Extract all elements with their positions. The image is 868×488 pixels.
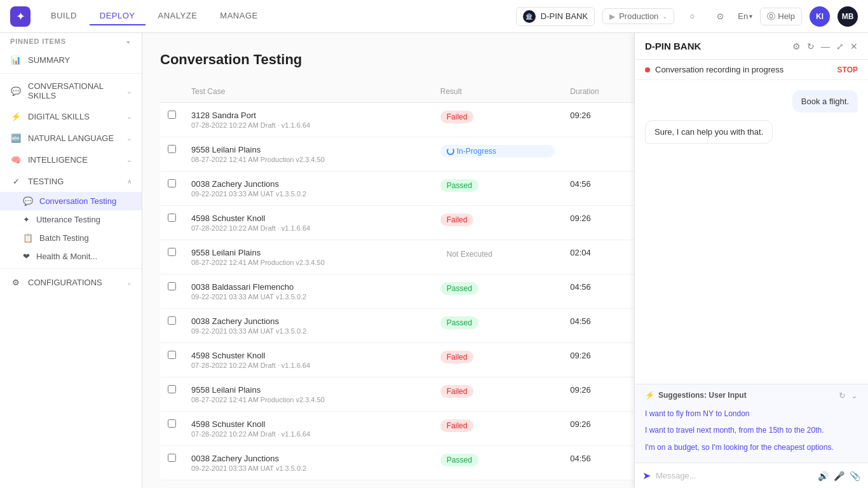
chevron-up-icon: ∧ [127,178,132,185]
lightning-icon: ⚡ [645,391,654,400]
env-selector[interactable]: ▶ Production ⌄ [602,8,674,24]
avatar-ki[interactable]: KI [810,6,830,27]
sidebar-item-digital-skills[interactable]: ⚡ DIGITAL SKILLS ⌄ [0,105,142,127]
col-checkbox [160,81,184,103]
sidebar-item-intelligence[interactable]: 🧠 INTELLIGENCE ⌄ [0,149,142,170]
batch-testing-icon: 📋 [23,233,33,243]
test-case-meta: 08-27-2022 12:41 AM Production v2.3.4.50 [191,396,425,403]
language-selector[interactable]: En ▾ [738,11,752,21]
row-checkbox[interactable] [168,179,176,187]
sidebar-item-testing[interactable]: ✓ TESTING ∧ [0,170,142,192]
sidebar-item-natural-language[interactable]: 🔤 NATURAL LANGUAGE ⌄ [0,127,142,149]
nav-tabs: BUILD DEPLOY ANALYZE MANAGE [41,7,511,25]
suggestions-header: ⚡ Suggestions: User Input ↻ ⌄ [645,391,858,400]
test-case-name: 4598 Schuster Knoll [191,419,425,429]
recording-dot [645,67,650,72]
row-checkbox[interactable] [168,316,176,325]
refresh-suggestions-icon[interactable]: ↻ [839,391,846,400]
test-case-meta: 09-22-2021 03:33 AM UAT v1.3.5.0.2 [191,190,425,198]
row-checkbox[interactable] [168,351,176,359]
sidebar-item-health-monit[interactable]: ❤ Health & Monit... [0,247,142,266]
test-case-meta: 07-28-2022 10:22 AM Draft · v1.1.6.64 [191,362,425,369]
avatar-mb[interactable]: MB [837,6,858,27]
sidebar-item-conversation-testing[interactable]: 💬 Conversation Testing [0,192,142,210]
volume-icon[interactable]: 🔊 [818,471,829,481]
recording-label: Conversation recording in progress [655,65,783,74]
minimize-icon[interactable]: — [821,41,830,51]
notification-icon[interactable]: ⊙ [710,6,730,27]
tab-analyze[interactable]: ANALYZE [148,7,208,25]
suggestions-panel: ⚡ Suggestions: User Input ↻ ⌄ I want to … [635,384,868,463]
intelligence-icon: 🧠 [10,154,22,165]
row-checkbox[interactable] [168,454,176,462]
duration-cell: 09:26 [562,206,636,240]
attach-icon[interactable]: 📎 [850,471,860,481]
message-bot: Sure, I can help you with that. [645,120,773,144]
row-checkbox[interactable] [168,145,176,153]
settings-icon[interactable]: ⚙ [792,41,801,51]
result-badge: Passed [440,316,478,329]
result-badge: Passed [440,282,478,295]
test-case-meta: 07-28-2022 10:22 AM Draft · v1.1.6.64 [191,121,425,129]
chat-body: Book a flight. Sure, I can help you with… [635,80,868,384]
main-content: Conversation Testing ≡ New Test Case Tes… [142,33,868,488]
duration-cell: 09:26 [562,343,636,377]
chevron-down-icon: ⌄ [126,135,132,142]
collapse-suggestions-icon[interactable]: ⌄ [851,391,858,400]
bank-logo-icon: 🏦 [523,10,536,23]
chevron-down-icon: ⌄ [126,113,132,120]
row-checkbox[interactable] [168,111,176,119]
suggestion-item-1[interactable]: I want to fly from NY to London [645,405,858,423]
close-icon[interactable]: ✕ [850,41,858,51]
row-checkbox[interactable] [168,385,176,393]
test-case-meta: 09-22-2021 03:33 AM UAT v1.3.5.0.2 [191,464,425,472]
duration-cell: 04:56 [562,274,636,309]
search-icon[interactable]: ○ [682,6,702,27]
row-checkbox[interactable] [168,248,176,256]
test-case-name: 0038 Zachery Junctions [191,454,425,463]
chat-controls: ⚙ ↻ — ⤢ ✕ [792,41,858,51]
chat-header: D-PIN BANK ⚙ ↻ — ⤢ ✕ [635,33,868,60]
sidebar-item-summary[interactable]: 📊 SUMMARY [0,49,142,71]
test-case-meta: 09-22-2021 03:33 AM UAT v1.3.5.0.2 [191,327,425,335]
sidebar-item-batch-testing[interactable]: 📋 Batch Testing [0,229,142,247]
testing-submenu: 💬 Conversation Testing ✦ Utterance Testi… [0,192,142,266]
test-case-name: 0038 Zachery Junctions [191,316,425,326]
chat-input-actions: 🔊 🎤 📎 [818,471,860,481]
chevron-down-icon: ⌄ [126,88,132,95]
sidebar-item-utterance-testing[interactable]: ✦ Utterance Testing [0,210,142,229]
pinned-items-section[interactable]: PINNED ITEMS ⌄ [0,33,142,49]
sidebar-item-conversational-skills[interactable]: 💬 CONVERSATIONAL SKILLS ⌄ [0,76,142,105]
chat-message-input[interactable] [656,471,813,480]
test-case-meta: 07-28-2022 10:22 AM Draft · v1.1.6.64 [191,430,425,438]
col-duration[interactable]: Duration [562,81,636,103]
stop-button[interactable]: STOP [837,65,858,74]
app-logo: ✦ [10,6,31,27]
expand-icon[interactable]: ⤢ [836,41,844,51]
tab-build[interactable]: BUILD [41,7,87,25]
mic-icon[interactable]: 🎤 [834,471,844,481]
suggestion-item-3[interactable]: I'm on a budget, so I'm looking for the … [645,439,858,456]
tab-deploy[interactable]: DEPLOY [90,7,146,25]
col-result[interactable]: Result [433,81,563,103]
recording-bar: Conversation recording in progress STOP [635,60,868,80]
suggestion-item-2[interactable]: I want to travel next month, from the 15… [645,422,858,439]
chevron-down-icon: ⌄ [125,37,132,45]
page-title: Conversation Testing [160,51,302,68]
row-checkbox[interactable] [168,282,176,290]
recording-indicator: Conversation recording in progress [645,65,783,74]
tab-manage[interactable]: MANAGE [210,7,268,25]
message-user: Book a flight. [792,90,858,112]
row-checkbox[interactable] [168,419,176,428]
col-test-case[interactable]: Test Case [184,81,433,103]
duration-cell: 04:56 [562,309,636,343]
sidebar: PINNED ITEMS ⌄ 📊 SUMMARY 💬 CONVERSATIONA… [0,33,142,488]
test-case-name: 9558 Leilani Plains [191,248,425,257]
row-checkbox[interactable] [168,214,176,222]
chat-bank-name: D-PIN BANK [645,41,701,51]
refresh-icon[interactable]: ↻ [807,41,815,51]
sidebar-item-configurations[interactable]: ⚙ CONFIGURATIONS ⌄ [0,271,142,293]
help-button[interactable]: ⓪ Help [760,8,802,25]
bank-selector[interactable]: 🏦 D-PIN BANK [516,7,595,26]
duration-cell: 09:26 [562,412,636,446]
